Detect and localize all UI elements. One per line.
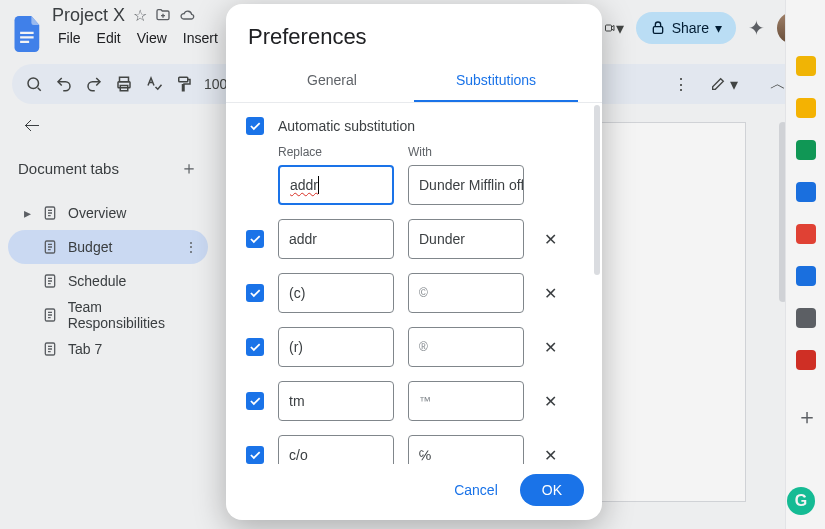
with-input[interactable]: Dunder Mifflin offi xyxy=(408,165,524,205)
dialog-tabs: General Substitutions xyxy=(226,60,602,103)
substitution-row: tm ™ ✕ xyxy=(246,381,582,421)
substitution-row: addr Dunder ✕ xyxy=(246,219,582,259)
delete-row-icon[interactable]: ✕ xyxy=(538,227,562,251)
row-enabled-checkbox[interactable] xyxy=(246,230,264,248)
replace-input[interactable]: addr xyxy=(278,165,394,205)
ok-button[interactable]: OK xyxy=(520,474,584,506)
with-input[interactable]: ℅ xyxy=(408,435,524,464)
substitution-row: c/o ℅ ✕ xyxy=(246,435,582,464)
column-header-with: With xyxy=(408,145,524,159)
auto-substitution-label: Automatic substitution xyxy=(278,118,415,134)
replace-input[interactable]: tm xyxy=(278,381,394,421)
replace-input[interactable]: (r) xyxy=(278,327,394,367)
row-enabled-checkbox[interactable] xyxy=(246,284,264,302)
dialog-title: Preferences xyxy=(226,4,602,60)
with-input[interactable]: ® xyxy=(408,327,524,367)
with-input[interactable]: © xyxy=(408,273,524,313)
preferences-dialog: Preferences General Substitutions Automa… xyxy=(226,4,602,520)
substitution-row: (c) © ✕ xyxy=(246,273,582,313)
row-enabled-checkbox[interactable] xyxy=(246,392,264,410)
dialog-scrollbar-thumb[interactable] xyxy=(594,105,600,275)
column-header-replace: Replace xyxy=(278,145,394,159)
replace-input[interactable]: (c) xyxy=(278,273,394,313)
delete-row-icon[interactable]: ✕ xyxy=(538,443,562,464)
row-enabled-checkbox[interactable] xyxy=(246,446,264,464)
row-enabled-checkbox[interactable] xyxy=(246,338,264,356)
with-input[interactable]: Dunder xyxy=(408,219,524,259)
delete-row-icon[interactable]: ✕ xyxy=(538,389,562,413)
auto-substitution-checkbox[interactable] xyxy=(246,117,264,135)
substitution-row: (r) ® ✕ xyxy=(246,327,582,367)
dialog-body: Automatic substitution Replace With addr… xyxy=(226,103,602,464)
replace-input[interactable]: addr xyxy=(278,219,394,259)
tab-substitutions[interactable]: Substitutions xyxy=(414,60,578,102)
delete-row-icon[interactable]: ✕ xyxy=(538,281,562,305)
substitution-new-row: addr Dunder Mifflin offi xyxy=(246,165,582,205)
delete-row-icon[interactable]: ✕ xyxy=(538,335,562,359)
cancel-button[interactable]: Cancel xyxy=(444,474,508,506)
with-input[interactable]: ™ xyxy=(408,381,524,421)
dialog-footer: Cancel OK xyxy=(226,464,602,520)
replace-input[interactable]: c/o xyxy=(278,435,394,464)
tab-general[interactable]: General xyxy=(250,60,414,102)
